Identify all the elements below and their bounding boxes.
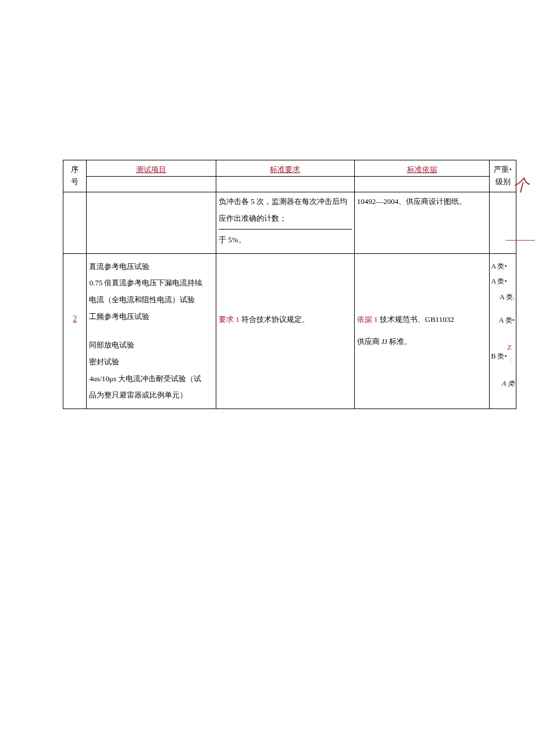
col-header-sev-top: 严重 bbox=[494, 165, 509, 174]
seq-number: 2 bbox=[66, 310, 84, 328]
item-line: 0.75 倍直流参考电压下漏电流持续 bbox=[89, 275, 213, 292]
cell-basis: 10492—2004、供应商设计图纸。 bbox=[354, 192, 490, 254]
cell-req: 负冲击各 5 次，监测器在每次冲击后均应作出准确的计数； 于 5%。 bbox=[216, 192, 355, 254]
basis-red: 依据 1 bbox=[357, 315, 380, 324]
sev-line: A 类. bbox=[491, 289, 515, 304]
req-text-2: 于 5%。 bbox=[219, 229, 352, 249]
item-line: 品为整只避雷器或比例单元） bbox=[89, 387, 213, 404]
item-line: 同部放电试验 bbox=[89, 337, 213, 354]
col-header-seq: 序 bbox=[63, 160, 87, 177]
item-line: 密封试验 bbox=[89, 354, 213, 371]
margin-annotation-bracket: 〈 bbox=[506, 357, 512, 366]
col-header-basis: 标准依据 bbox=[354, 160, 490, 177]
spec-table: 序 测试项目 标准要求 标准依据 严重 号 级别 负冲击各 5 次，监测器在每次 bbox=[63, 160, 516, 409]
req-text-1: 负冲击各 5 次，监测器在每次冲击后均应作出准确的计数； bbox=[219, 194, 352, 227]
cell-basis: 供应商 JJ 标准。 bbox=[354, 332, 490, 409]
req-red: 要求 1 bbox=[219, 315, 241, 324]
cell-seq bbox=[63, 332, 87, 409]
item-line: 4us/10μs 大电流冲击耐受试验（试 bbox=[89, 371, 213, 388]
cell-item bbox=[87, 192, 216, 254]
cell-sev: A 类 A 类 A 类. A 类 bbox=[490, 253, 516, 332]
col-header-item: 测试项目 bbox=[87, 160, 216, 177]
cell-sev: B 类 A 类 bbox=[490, 332, 516, 409]
table-row: 负冲击各 5 次，监测器在每次冲击后均应作出准确的计数； 于 5%。 10492… bbox=[63, 192, 516, 254]
cell-req bbox=[216, 332, 355, 409]
item-line: 工频参考电压试验 bbox=[89, 309, 213, 325]
margin-annotation-glyph: 个 bbox=[513, 174, 529, 196]
table-row: 同部放电试验 密封试验 4us/10μs 大电流冲击耐受试验（试 品为整只避雷器… bbox=[63, 332, 516, 409]
sev-line: A 类 bbox=[491, 376, 515, 391]
margin-annotation-line bbox=[506, 240, 535, 241]
cell-item: 直流参考电压试验 0.75 倍直流参考电压下漏电流持续 电流（全电流和阻性电流）… bbox=[87, 253, 216, 332]
basis-rest: 技术规范书、GB11032 bbox=[380, 315, 454, 324]
req-rest: 符合技术协议规定。 bbox=[241, 315, 309, 324]
sev-line: A 类 bbox=[491, 259, 515, 274]
col-header-basis-label: 标准依据 bbox=[407, 165, 437, 174]
sev-line: A 类 bbox=[491, 313, 515, 328]
cell-seq: 2 bbox=[63, 253, 87, 332]
item-line: 电流（全电流和阻性电流）试验 bbox=[89, 292, 213, 309]
col-header-item-label: 测试项目 bbox=[136, 165, 166, 174]
basis-line-2: 供应商 JJ 标准。 bbox=[357, 334, 487, 350]
table-header-row-2: 号 级别 bbox=[63, 176, 516, 192]
cell-req: 要求 1 符合技术协议规定。 bbox=[216, 253, 355, 332]
document-page: 序 测试项目 标准要求 标准依据 严重 号 级别 负冲击各 5 次，监测器在每次 bbox=[63, 160, 516, 409]
table-header-row: 序 测试项目 标准要求 标准依据 严重 bbox=[63, 160, 516, 177]
col-header-req: 标准要求 bbox=[216, 160, 355, 177]
col-header-sev: 严重 bbox=[490, 160, 516, 177]
col-header-seq-2: 号 bbox=[63, 176, 87, 192]
cell-seq bbox=[63, 192, 87, 254]
cell-sev bbox=[490, 192, 516, 254]
cell-basis: 依据 1 技术规范书、GB11032 bbox=[354, 253, 490, 332]
col-header-sev-2: 级别 bbox=[490, 176, 516, 192]
col-header-req-label: 标准要求 bbox=[270, 165, 300, 174]
cell-item: 同部放电试验 密封试验 4us/10μs 大电流冲击耐受试验（试 品为整只避雷器… bbox=[87, 332, 216, 409]
item-line: 直流参考电压试验 bbox=[89, 259, 213, 275]
sev-line: A 类 bbox=[491, 274, 515, 289]
margin-annotation-z: Z bbox=[507, 343, 512, 352]
table-row: 2 直流参考电压试验 0.75 倍直流参考电压下漏电流持续 电流（全电流和阻性电… bbox=[63, 253, 516, 332]
